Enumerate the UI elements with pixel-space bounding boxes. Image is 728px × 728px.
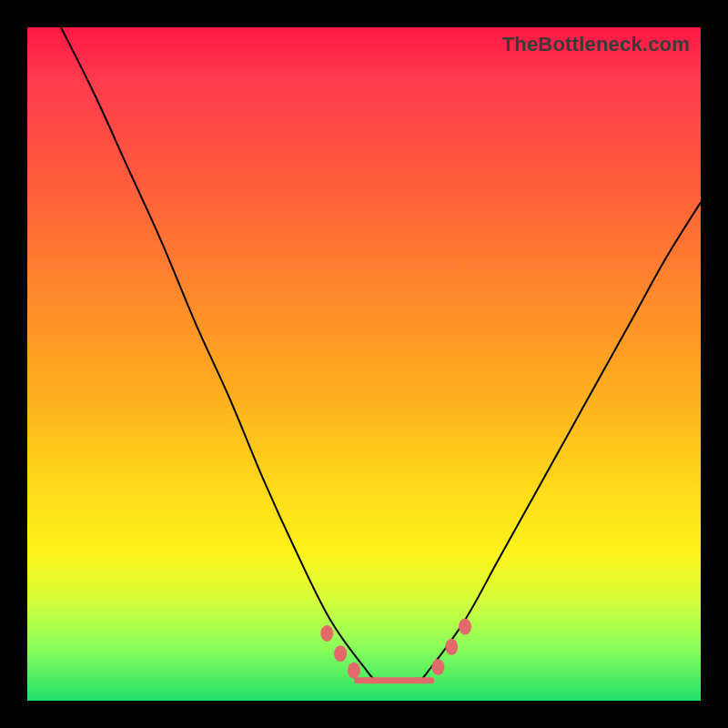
- curve-marker: [348, 662, 360, 679]
- curve-marker: [445, 639, 458, 655]
- marker-group: [320, 619, 471, 679]
- curve-marker: [431, 659, 444, 675]
- curve-marker: [459, 619, 471, 635]
- curve-layer: [27, 27, 701, 701]
- curve-marker: [320, 625, 333, 642]
- chart-frame: TheBottleneck.com: [0, 0, 728, 728]
- curve-marker: [334, 645, 347, 662]
- plot-area: TheBottleneck.com: [27, 27, 701, 701]
- bottleneck-curve: [61, 27, 701, 682]
